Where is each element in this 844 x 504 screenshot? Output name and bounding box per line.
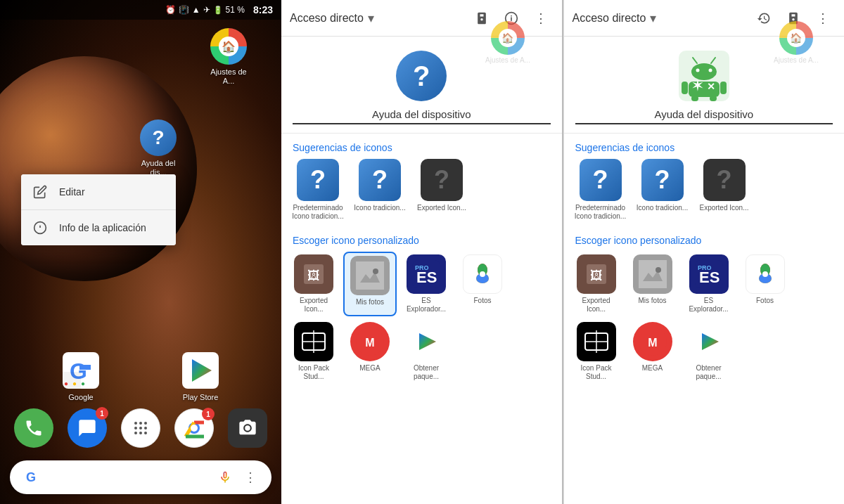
- status-bar: ⏰ 📳 ▲ ✈ 🔋 51 % 8:23: [0, 0, 281, 20]
- grid-item-esexplorer[interactable]: PRO ES ES Explorador...: [399, 252, 453, 316]
- ajustes-label: Ajustes de A...: [204, 67, 253, 86]
- status-icons: ⏰ 📳 ▲ ✈ 🔋 51 % 8:23: [8, 4, 273, 15]
- camera-dock-icon[interactable]: [228, 408, 267, 448]
- grid-right-label-iconpack: Icon Pack Stud...: [573, 364, 620, 381]
- svg-point-14: [144, 422, 147, 425]
- sheet-right-history-icon[interactable]: [751, 6, 776, 31]
- suggestion-default[interactable]: ? Predeterminado Icono tradicion...: [290, 159, 346, 221]
- grid-right-esexplorer[interactable]: PRO ES ES Explorador...: [682, 252, 736, 316]
- sheet-right: Acceso directo ▾ ⋮: [563, 0, 845, 504]
- suggestion-icon-third: ?: [421, 159, 463, 201]
- sheet-left: Acceso directo ▾ ⋮ ? Ayuda del dispositi…: [281, 0, 562, 504]
- google-icon[interactable]: G ● ● ● Google: [56, 351, 106, 402]
- grid-right-icon-esexplorer: PRO ES: [689, 254, 729, 294]
- svg-text:●: ●: [64, 380, 68, 387]
- info-icon: [32, 220, 48, 235]
- suggestion-right-label-default: Predeterminado: [575, 204, 625, 212]
- sheet-right-app-icon: ✶ ✕: [679, 51, 729, 101]
- ayuda-icon[interactable]: ? Ayuda del dis...: [134, 119, 183, 177]
- edit-menu-item[interactable]: Editar: [21, 174, 176, 209]
- google-svg: G ● ● ●: [63, 352, 99, 389]
- grid-right-misfotos[interactable]: Mis fotos: [626, 252, 679, 316]
- grid-right-exported[interactable]: 🖼 Exported Icon...: [570, 252, 623, 316]
- svg-point-16: [139, 427, 142, 429]
- bg-ajustes-center: 🏠 Ajustes de A...: [485, 21, 530, 64]
- edit-label: Editar: [59, 186, 85, 198]
- grid-right-obtener[interactable]: Obtener paque...: [682, 319, 736, 384]
- svg-point-13: [139, 422, 142, 425]
- sheet-right-dropdown-icon[interactable]: ▾: [650, 11, 656, 26]
- suggestion-third[interactable]: ? Exported Icon...: [414, 159, 470, 212]
- home-screen: ⏰ 📳 ▲ ✈ 🔋 51 % 8:23 🏠 Ajustes de A... ?: [0, 0, 281, 504]
- svg-text:●: ●: [72, 380, 77, 387]
- grid-icon-exported: 🖼: [294, 254, 333, 294]
- grid-item-obtener[interactable]: Obtener paque...: [399, 319, 453, 384]
- messages-dock-icon[interactable]: 1: [68, 408, 107, 448]
- playstore-icon[interactable]: Play Store: [176, 351, 225, 402]
- grid-item-mega[interactable]: M MEGA: [343, 319, 397, 384]
- battery-level: 51 %: [226, 5, 245, 15]
- sheet-right-suggestions: ? Predeterminado Icono tradicion... ? Ic…: [564, 159, 845, 229]
- svg-text:ES: ES: [699, 269, 720, 286]
- grid-right-label-fotos: Fotos: [756, 297, 774, 305]
- suggestion-icon-default: ?: [297, 159, 339, 201]
- alarm-icon: ⏰: [165, 5, 176, 15]
- svg-rect-67: [639, 260, 667, 288]
- grid-item-exported[interactable]: 🖼 Exported Icon...: [287, 252, 340, 316]
- pencil-icon: [32, 184, 48, 200]
- google-label: Google: [68, 393, 93, 402]
- apps-dock-icon[interactable]: [121, 408, 160, 448]
- suggestion-right-sublabel-second: Icono tradicion...: [637, 204, 688, 212]
- question-icon: ?: [140, 119, 177, 156]
- grid-right-mega[interactable]: M MEGA: [626, 319, 679, 384]
- suggestion-right-third[interactable]: ? Exported Icon...: [696, 159, 753, 212]
- grid-icon-misfotos: [350, 256, 390, 295]
- grid-right-label-exported: Exported Icon...: [573, 297, 620, 314]
- airplane-icon: ✈: [203, 5, 210, 15]
- info-menu-item[interactable]: Info de la aplicación: [21, 210, 176, 245]
- ajustes-icon[interactable]: 🏠 Ajustes de A...: [204, 28, 253, 86]
- grid-label-esexplorer: ES Explorador...: [402, 297, 450, 314]
- svg-point-40: [480, 271, 485, 277]
- svg-text:●: ●: [81, 380, 85, 387]
- grid-label-fotos: Fotos: [473, 297, 491, 305]
- grid-item-fotos[interactable]: Fotos: [456, 252, 509, 316]
- sheet-left-app-icon: ?: [396, 51, 447, 101]
- google-g-logo: G: [21, 467, 41, 487]
- middle-icons-row: G ● ● ● Google: [0, 351, 281, 402]
- grid-right-iconpack[interactable]: Icon Pack Stud...: [570, 319, 623, 384]
- grid-icon-fotos: [463, 254, 502, 294]
- sheet-left-more-icon[interactable]: ⋮: [528, 6, 554, 31]
- grid-label-mega: MEGA: [359, 364, 380, 373]
- suggestion-sublabel-default: Icono tradicion...: [292, 212, 343, 221]
- svg-rect-5: [79, 365, 91, 370]
- svg-text:🖼: 🖼: [307, 269, 320, 283]
- svg-text:ES: ES: [416, 269, 437, 286]
- search-bar[interactable]: G ⋮: [10, 460, 271, 494]
- grid-item-iconpack[interactable]: Icon Pack Stud...: [287, 319, 340, 384]
- svg-rect-59: [720, 82, 727, 94]
- suggestion-sublabel-third: Exported Icon...: [417, 204, 466, 212]
- grid-right-icon-iconpack: [577, 322, 616, 361]
- grid-item-misfotos[interactable]: Mis fotos: [343, 252, 397, 316]
- suggestion-second[interactable]: ? Icono tradicion...: [352, 159, 408, 212]
- info-label: Info de la aplicación: [59, 222, 146, 233]
- mic-icon[interactable]: [215, 467, 235, 487]
- grid-right-icon-obtener: [689, 322, 729, 361]
- more-options-icon[interactable]: ⋮: [241, 467, 260, 487]
- suggestion-right-second[interactable]: ? Icono tradicion...: [634, 159, 691, 212]
- chrome-dock-icon[interactable]: 1: [174, 408, 214, 448]
- svg-text:M: M: [365, 337, 374, 349]
- svg-point-18: [134, 432, 137, 434]
- suggestion-label-default: Predeterminado: [293, 204, 343, 212]
- phone-dock-icon[interactable]: [14, 408, 53, 448]
- sheet-left-dropdown-icon[interactable]: ▾: [368, 11, 374, 26]
- battery-icon: 🔋: [213, 6, 223, 15]
- grid-right-fotos[interactable]: Fotos: [738, 252, 792, 316]
- suggestion-right-default[interactable]: ? Predeterminado Icono tradicion...: [573, 159, 629, 221]
- sheet-right-icon-grid: 🖼 Exported Icon... Mis fotos: [564, 252, 845, 389]
- wifi-icon: ▲: [192, 5, 200, 15]
- sheet-right-title: Acceso directo: [573, 12, 646, 25]
- sheet-left-suggestions: ? Predeterminado Icono tradicion... ? Ic…: [281, 159, 562, 229]
- playstore-svg: [182, 352, 219, 389]
